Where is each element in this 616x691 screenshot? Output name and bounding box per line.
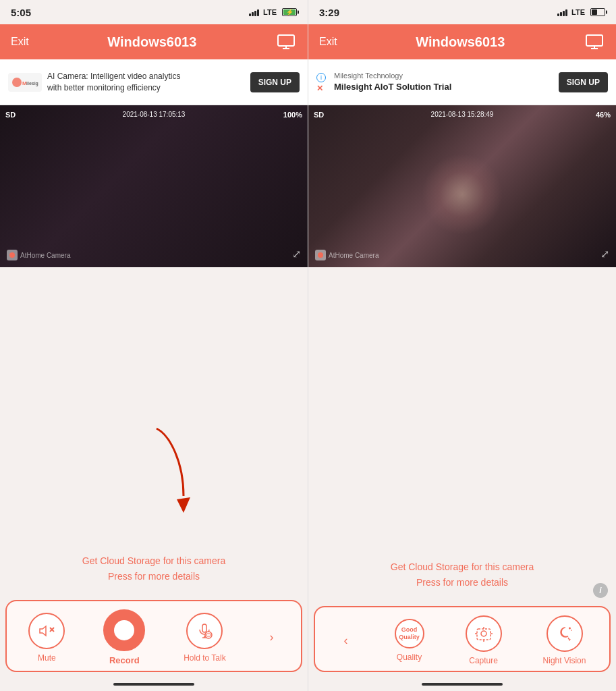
svg-rect-10 bbox=[202, 624, 206, 632]
right-home-indicator bbox=[308, 678, 616, 691]
right-camera-sd: SD bbox=[314, 111, 324, 119]
left-camera-timestamp: 2021-08-13 17:05:13 bbox=[123, 111, 186, 118]
left-camera-sd: SD bbox=[5, 111, 16, 119]
right-ad-text: Milesight Technology Milesight AIoT Solu… bbox=[334, 71, 553, 94]
left-signal-icon bbox=[249, 8, 259, 16]
svg-point-13 bbox=[205, 632, 212, 638]
left-status-bar: 5:05 LTE ⚡ bbox=[0, 0, 308, 24]
right-camera-battery: 46% bbox=[596, 111, 611, 119]
quality-button[interactable]: GoodQuality Quality bbox=[395, 619, 424, 662]
left-camera-battery: 100% bbox=[283, 111, 302, 119]
left-cloud-storage[interactable]: Get Cloud Storage for this camera Press … bbox=[82, 553, 225, 584]
svg-point-20 bbox=[481, 631, 486, 636]
right-header-screen-icon[interactable] bbox=[584, 31, 605, 53]
night-vision-icon-circle bbox=[547, 615, 583, 652]
mute-label: Mute bbox=[38, 653, 56, 663]
svg-line-29 bbox=[568, 638, 569, 640]
left-arrow-annotation bbox=[130, 422, 211, 519]
left-status-icons: LTE ⚡ bbox=[249, 8, 297, 16]
right-status-bar: 3:29 LTE bbox=[308, 0, 616, 24]
right-camera-brand: AtHome Camera bbox=[315, 250, 379, 260]
right-battery-fill bbox=[592, 9, 597, 15]
left-ad-text: AI Camera: Intelligent video analytics w… bbox=[47, 71, 245, 94]
right-ad-main: Milesight AIoT Solution Trial bbox=[334, 81, 553, 93]
mute-icon-circle bbox=[28, 613, 65, 649]
quality-label: Quality bbox=[397, 653, 422, 662]
right-info-button[interactable]: i bbox=[593, 583, 608, 598]
right-info-icon: i bbox=[316, 73, 326, 82]
right-ad-info-row: i bbox=[316, 72, 326, 82]
svg-point-28 bbox=[569, 628, 570, 629]
quality-icon-circle: GoodQuality bbox=[395, 619, 424, 648]
right-ad-brand: Milesight Technology bbox=[334, 71, 553, 81]
left-charging-bolt: ⚡ bbox=[286, 9, 293, 16]
left-camera-brand: AtHome Camera bbox=[7, 250, 70, 260]
right-header-title: Windows6013 bbox=[416, 34, 505, 50]
svg-point-18 bbox=[318, 252, 323, 258]
right-camera-brand-icon bbox=[315, 250, 326, 260]
capture-button[interactable]: Capture bbox=[466, 615, 502, 665]
quality-text: GoodQuality bbox=[399, 626, 420, 641]
left-middle-area: Get Cloud Storage for this camera Press … bbox=[0, 267, 308, 600]
left-signup-button[interactable]: SIGN UP bbox=[250, 72, 300, 92]
left-home-indicator bbox=[0, 678, 308, 691]
record-icon-circle bbox=[103, 609, 145, 651]
left-battery-icon: ⚡ bbox=[282, 8, 297, 16]
record-button[interactable]: Record bbox=[103, 609, 145, 665]
right-camera-brand-text: AtHome Camera bbox=[329, 252, 379, 259]
svg-point-6 bbox=[9, 252, 15, 258]
mute-button[interactable]: Mute bbox=[28, 613, 65, 663]
svg-marker-7 bbox=[177, 497, 190, 513]
right-middle-area: Get Cloud Storage for this camera Press … bbox=[308, 267, 616, 606]
left-exit-button[interactable]: Exit bbox=[11, 36, 29, 48]
record-inner bbox=[114, 620, 134, 640]
right-battery-icon bbox=[590, 8, 605, 16]
left-time: 5:05 bbox=[11, 7, 31, 18]
night-vision-button[interactable]: Night Vision bbox=[543, 615, 586, 665]
left-home-bar bbox=[113, 683, 194, 686]
right-cloud-storage[interactable]: Get Cloud Storage for this camera Press … bbox=[391, 559, 534, 590]
right-home-bar bbox=[422, 683, 503, 686]
left-phone-panel: 5:05 LTE ⚡ Exit Windows6013 bbox=[0, 0, 308, 691]
right-expand-icon[interactable]: ⤢ bbox=[600, 248, 609, 260]
left-expand-icon[interactable]: ⤢ bbox=[292, 248, 301, 260]
hold-to-talk-label: Hold to Talk bbox=[184, 653, 225, 663]
right-signup-button[interactable]: SIGN UP bbox=[559, 72, 608, 92]
left-ad-banner: M ilesight AI Camera: Intelligent video … bbox=[0, 59, 308, 105]
capture-icon-circle bbox=[466, 615, 502, 652]
svg-rect-0 bbox=[278, 35, 294, 46]
night-vision-label: Night Vision bbox=[543, 656, 586, 665]
left-header-screen-icon[interactable] bbox=[275, 31, 297, 53]
right-bottom-toolbar: ‹ GoodQuality Quality Capture bbox=[314, 606, 611, 672]
right-close-ad[interactable]: ✕ bbox=[316, 84, 326, 93]
right-camera-timestamp: 2021-08-13 15:28:49 bbox=[431, 111, 494, 118]
left-chevron-right[interactable]: › bbox=[264, 625, 279, 650]
right-status-icons: LTE bbox=[557, 8, 605, 16]
right-time: 3:29 bbox=[319, 7, 339, 18]
right-signal-icon bbox=[557, 8, 567, 16]
hold-to-talk-icon-circle bbox=[186, 613, 223, 649]
hold-to-talk-button[interactable]: Hold to Talk bbox=[184, 613, 225, 663]
right-exit-button[interactable]: Exit bbox=[319, 36, 337, 48]
left-lte-label: LTE bbox=[263, 8, 277, 16]
left-header-title: Windows6013 bbox=[107, 34, 196, 50]
right-phone-panel: 3:29 LTE Exit Windows6013 bbox=[308, 0, 616, 691]
right-camera-feed: SD 2021-08-13 15:28:49 46% AtHome Camera… bbox=[308, 105, 616, 267]
left-app-header: Exit Windows6013 bbox=[0, 24, 308, 59]
right-face-glow bbox=[422, 154, 503, 235]
capture-label: Capture bbox=[469, 656, 498, 665]
right-chevron-left[interactable]: ‹ bbox=[339, 628, 354, 653]
right-app-header: Exit Windows6013 bbox=[308, 24, 616, 59]
left-camera-brand-text: AtHome Camera bbox=[20, 252, 70, 259]
svg-point-3 bbox=[12, 78, 22, 87]
right-ad-banner: i ✕ Milesight Technology Milesight AIoT … bbox=[308, 59, 616, 105]
left-camera-brand-icon bbox=[7, 250, 18, 260]
left-bottom-toolbar: Mute Record Hold to Talk bbox=[5, 600, 302, 672]
left-camera-feed: SD 2021-08-13 17:05:13 100% AtHome Camer… bbox=[0, 105, 308, 267]
left-ad-logo: M ilesight bbox=[8, 73, 42, 92]
right-lte-label: LTE bbox=[571, 8, 585, 16]
record-label: Record bbox=[109, 655, 140, 665]
svg-text:ilesight: ilesight bbox=[26, 81, 38, 86]
svg-rect-15 bbox=[586, 35, 603, 46]
